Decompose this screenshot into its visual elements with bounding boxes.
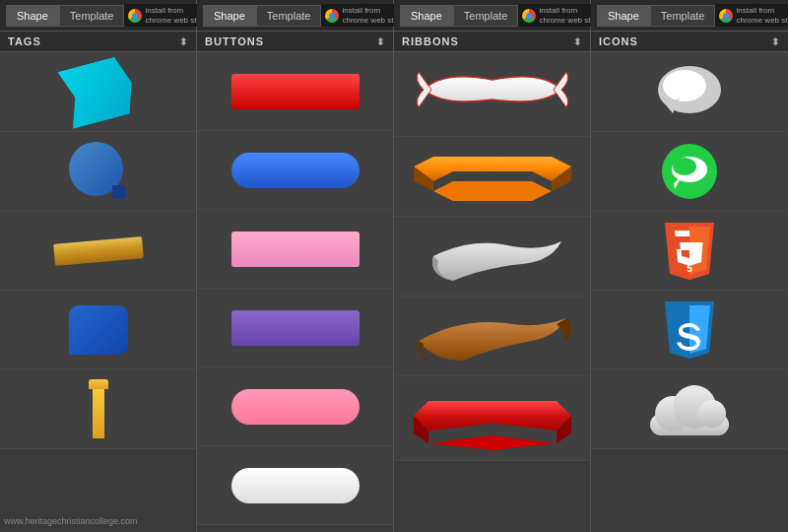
chrome-icon-buttons [325, 9, 339, 23]
tag-speech-shape[interactable] [69, 305, 128, 355]
list-item[interactable] [0, 291, 196, 369]
tag-pin-top [89, 379, 108, 389]
tab-shape-tags[interactable]: Shape [6, 5, 59, 27]
tab-shape-buttons[interactable]: Shape [203, 5, 256, 27]
icon-css3-svg [665, 301, 714, 359]
tags-section-label: TAGS ⬍ [0, 32, 196, 52]
list-item[interactable] [0, 212, 196, 291]
chrome-icon-tags [128, 9, 142, 23]
button-blue-pill[interactable] [231, 153, 360, 188]
tag-arrow-shape[interactable] [57, 54, 139, 129]
list-item[interactable]: 5 [591, 212, 788, 291]
icons-panel: Shape Template install fromchrome web st… [591, 0, 788, 532]
ribbons-items [394, 52, 590, 532]
list-item[interactable] [591, 132, 788, 212]
list-item[interactable] [197, 446, 393, 525]
watermark: www.heritagechristiancollege.com [4, 516, 138, 526]
icons-header: Shape Template install fromchrome web st… [591, 0, 788, 32]
ribbons-panel: Shape Template install fromchrome web st… [394, 0, 591, 532]
icon-html5-svg: 5 [665, 223, 714, 280]
tags-panel: Shape Template install fromchrome web st… [0, 0, 197, 532]
button-pink2[interactable] [231, 389, 360, 425]
list-item[interactable] [394, 297, 590, 376]
sort-icon-icons[interactable]: ⬍ [771, 36, 780, 47]
buttons-items [197, 52, 393, 532]
icon-green-chat-svg [660, 142, 719, 201]
list-item[interactable] [591, 369, 788, 449]
tag-banner-shape[interactable] [53, 236, 144, 266]
sort-icon-buttons[interactable]: ⬍ [376, 36, 385, 47]
button-white[interactable] [231, 468, 360, 503]
ribbons-tabs[interactable]: Shape Template [400, 5, 518, 27]
tags-items [0, 52, 196, 532]
ribbon-red-svg [414, 386, 571, 450]
tab-shape-icons[interactable]: Shape [597, 5, 650, 27]
icons-section-label: ICONS ⬍ [591, 32, 788, 52]
tab-template-buttons[interactable]: Template [256, 5, 322, 27]
buttons-header: Shape Template install fromchrome web st… [197, 0, 393, 32]
icon-cloud-svg [645, 379, 734, 438]
list-item[interactable] [394, 376, 590, 461]
ribbons-section-label: RIBBONS ⬍ [394, 32, 590, 52]
list-item[interactable] [197, 52, 393, 131]
chrome-icon-ribbons [522, 9, 536, 23]
buttons-section-label: BUTTONS ⬍ [197, 32, 393, 52]
svg-point-11 [698, 400, 726, 428]
tag-pin-stem [93, 389, 104, 438]
list-item[interactable] [591, 291, 788, 369]
list-item[interactable] [394, 137, 590, 217]
list-item[interactable] [197, 131, 393, 210]
ribbon-brown-svg [414, 306, 571, 366]
svg-text:5: 5 [687, 263, 692, 274]
button-red[interactable] [231, 74, 360, 109]
list-item[interactable] [0, 52, 196, 132]
tab-shape-ribbons[interactable]: Shape [400, 5, 453, 27]
tags-tabs[interactable]: Shape Template [6, 5, 124, 27]
list-item[interactable] [394, 217, 590, 297]
button-purple[interactable] [231, 310, 360, 346]
sort-icon-ribbons[interactable]: ⬍ [573, 36, 582, 47]
icons-items: 5 [591, 52, 788, 532]
list-item[interactable] [197, 367, 393, 446]
chrome-badge-icons[interactable]: install fromchrome web store [715, 4, 788, 27]
button-pink[interactable] [231, 232, 360, 267]
ribbon-fancy-svg [414, 62, 571, 126]
main-grid: Shape Template install fromchrome web st… [0, 0, 788, 532]
ribbon-orange-svg [414, 147, 571, 206]
chrome-text-icons: install fromchrome web store [736, 6, 788, 25]
sticker-fold [112, 185, 126, 199]
chrome-icon-icons [719, 9, 733, 23]
tab-template-tags[interactable]: Template [59, 5, 125, 27]
list-item[interactable] [394, 52, 590, 137]
list-item[interactable] [197, 210, 393, 289]
sort-icon-tags[interactable]: ⬍ [179, 36, 188, 47]
icons-tabs[interactable]: Shape Template [597, 5, 715, 27]
ribbon-silver-svg [414, 227, 571, 286]
ribbons-header: Shape Template install fromchrome web st… [394, 0, 590, 32]
list-item[interactable] [591, 52, 788, 132]
tab-template-icons[interactable]: Template [650, 5, 716, 27]
buttons-tabs[interactable]: Shape Template [203, 5, 321, 27]
svg-point-1 [663, 70, 706, 101]
svg-point-5 [673, 158, 696, 175]
list-item[interactable] [0, 132, 196, 212]
tags-header: Shape Template install fromchrome web st… [0, 0, 196, 32]
icon-speech-gray-svg [655, 62, 724, 121]
list-item[interactable] [197, 289, 393, 367]
buttons-panel: Shape Template install fromchrome web st… [197, 0, 394, 532]
tab-template-ribbons[interactable]: Template [453, 5, 519, 27]
list-item[interactable] [0, 369, 196, 449]
